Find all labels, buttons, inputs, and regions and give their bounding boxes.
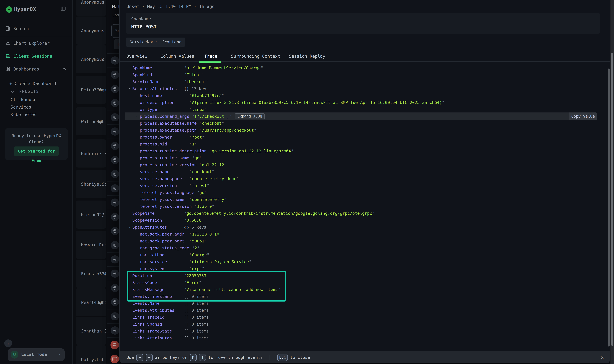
session-card[interactable]: Jonathan.B	[76, 317, 106, 345]
sidebar-item-dashboards[interactable]: Dashboards	[0, 65, 72, 73]
trace-row-net.sock.peer.port[interactable]: net.sock.peer.port"50051"	[120, 237, 607, 245]
attribute-key: telemetry.sdk.language	[140, 190, 194, 195]
local-mode-button[interactable]: U Local mode ›	[8, 348, 65, 361]
trace-row-ScopeVersion[interactable]: ScopeVersion"0.60.0"	[120, 217, 607, 224]
sidebar-collapse-icon[interactable]	[60, 6, 66, 12]
expand-json-button[interactable]: Expand JSON	[235, 113, 265, 119]
attribute-value: "Charge"	[189, 253, 209, 257]
logs-icon	[5, 26, 11, 31]
trace-row-Links.TraceState[interactable]: Links.TraceState[] 0 items	[120, 328, 607, 335]
attribute-meta: [] 0 items	[184, 336, 209, 340]
trace-row-StatusMessage[interactable]: StatusMessage"Visa cache full: cannot ad…	[120, 286, 607, 293]
trace-row-ResourceAttributes[interactable]: ▾ResourceAttributes{} 17 keys	[120, 85, 607, 92]
session-card[interactable]: Deion37@gm	[76, 76, 106, 104]
trace-row-process.command_args[interactable]: ▸process.command_args"["./checkout"]"Exp…	[120, 113, 607, 120]
trace-row-process.owner[interactable]: process.owner"root"	[120, 134, 607, 141]
trace-scrollbar[interactable]	[608, 68, 610, 347]
session-card[interactable]: Anonymous	[76, 45, 106, 73]
trace-row-telemetry.sdk.name[interactable]: telemetry.sdk.name"opentelemetry"	[120, 196, 607, 203]
trace-row-process.executable.name[interactable]: process.executable.name"checkout"	[120, 120, 607, 127]
trace-row-os.description[interactable]: os.description"Alpine Linux 3.21.3 (Linu…	[120, 99, 607, 106]
trace-row-service.name[interactable]: service.name"checkout"	[120, 168, 607, 175]
collapse-caret-icon[interactable]: ▾	[129, 87, 131, 90]
sidebar-item-search[interactable]: Search	[0, 25, 72, 33]
session-card[interactable]: Ernesto33@	[76, 260, 106, 288]
trace-row-Links.TraceId[interactable]: Links.TraceId[] 0 items	[120, 314, 607, 321]
attribute-meta: {} 17 keys	[184, 86, 209, 91]
sidebar-item-client-sessions[interactable]: Client Sessions	[0, 52, 72, 60]
expand-caret-icon[interactable]: ▸	[135, 115, 137, 118]
tab-surrounding-context[interactable]: Surrounding Context	[231, 54, 280, 59]
session-card[interactable]: Anonymous	[76, 16, 106, 45]
cloud-promo-text: Ready to use HyperDXCloud?	[5, 133, 68, 145]
trace-row-Links.SpanId[interactable]: Links.SpanId[] 0 items	[120, 321, 607, 328]
session-card[interactable]: Walton9@ho	[76, 107, 106, 136]
trace-row-process.executable.path[interactable]: process.executable.path"/usr/src/app/che…	[120, 127, 607, 134]
map-pin-icon	[111, 71, 119, 79]
trace-row-process.runtime.version[interactable]: process.runtime.version"go1.22.12"	[120, 161, 607, 168]
tab-trace[interactable]: Trace	[204, 54, 217, 59]
preset-clickhouse[interactable]: Clickhouse	[11, 97, 37, 102]
trace-row-ScopeName[interactable]: ScopeName"go.opentelemetry.io/contrib/in…	[120, 210, 607, 217]
trace-row-net.sock.peer.addr[interactable]: net.sock.peer.addr"172.28.0.10"	[120, 231, 607, 237]
trace-row-Duration[interactable]: Duration"28656333"	[120, 272, 607, 279]
trace-row-process.runtime.description[interactable]: process.runtime.description"go version g…	[120, 147, 607, 155]
preset-kubernetes[interactable]: Kubernetes	[11, 112, 37, 117]
tab-session-replay[interactable]: Session Replay	[289, 54, 325, 59]
session-card[interactable]: Dolly.Lubo	[76, 345, 106, 364]
session-card[interactable]: Pearl43@ho	[76, 288, 106, 316]
attribute-key: SpanKind	[132, 72, 181, 77]
trace-row-SpanName[interactable]: SpanName"oteldemo.PaymentService/Charge"	[120, 64, 607, 71]
collapse-caret-icon[interactable]: ▾	[129, 225, 131, 229]
trace-row-ServiceName[interactable]: ServiceName"checkout"	[120, 78, 607, 85]
close-icon[interactable]: ✕	[601, 354, 604, 360]
sidebar-item-chart-explorer[interactable]: Chart Explorer	[0, 39, 72, 47]
trace-row-telemetry.sdk.version[interactable]: telemetry.sdk.version"1.35.0"	[120, 203, 607, 210]
attribute-key: os.description	[140, 100, 187, 105]
trace-row-Events.Attributes[interactable]: Events.Attributes[] 0 items	[120, 307, 607, 314]
session-card[interactable]: Kieran92@h	[76, 200, 106, 229]
presets-toggle[interactable]: PRESETS	[11, 89, 39, 94]
attribute-value: "oteldemo.PaymentService/Charge"	[184, 65, 263, 70]
tab-column-values[interactable]: Column Values	[160, 54, 194, 59]
trace-row-process.runtime.name[interactable]: process.runtime.name"go"	[120, 155, 607, 161]
trace-row-Links.Attributes[interactable]: Links.Attributes[] 0 items	[120, 335, 607, 342]
trace-row-service.namespace[interactable]: service.namespace"opentelemetry-demo"	[120, 175, 607, 182]
trace-row-StatusCode[interactable]: StatusCode"Error"	[120, 279, 607, 286]
session-card[interactable]: Howard.Run	[76, 231, 106, 259]
trace-row-Events.Timestamp[interactable]: Events.Timestamp[] 0 items	[120, 293, 607, 300]
trace-row-rpc.method[interactable]: rpc.method"Charge"	[120, 251, 607, 259]
trace-row-rpc.grpc.status_code[interactable]: rpc.grpc.status_code"2"	[120, 245, 607, 251]
trace-row-process.pid[interactable]: process.pid"1"	[120, 141, 607, 147]
map-pin-icon	[111, 142, 119, 150]
help-button[interactable]: ?	[4, 339, 12, 347]
attribute-meta: [] 0 items	[184, 329, 209, 334]
terminal-icon	[110, 355, 119, 363]
trace-row-SpanAttributes[interactable]: ▾SpanAttributes{} 6 keys	[120, 224, 607, 231]
attribute-key: ScopeVersion	[132, 218, 181, 223]
tab-overview[interactable]: Overview	[127, 54, 147, 59]
k-keycap: k	[190, 354, 197, 361]
map-pin-icon	[111, 198, 119, 207]
copy-value-button[interactable]: Copy Value	[569, 113, 597, 120]
session-card[interactable]: Shaniya.Sc	[76, 170, 106, 198]
session-user: Shaniya.Sc	[81, 182, 106, 187]
trace-row-rpc.system[interactable]: rpc.system"grpc"	[120, 265, 607, 272]
trace-row-os.type[interactable]: os.type"linux"	[120, 106, 607, 113]
trace-row-service.version[interactable]: service.version"latest"	[120, 182, 607, 189]
trace-row-TraceState[interactable]: TraceState	[120, 62, 607, 64]
trace-row-Events.Name[interactable]: Events.Name[] 0 items	[120, 300, 607, 307]
map-pin-icon	[111, 156, 119, 164]
session-card[interactable]: Anonymous	[76, 0, 106, 16]
trace-row-telemetry.sdk.language[interactable]: telemetry.sdk.language"go"	[120, 189, 607, 196]
session-card[interactable]: Roderick_S	[76, 139, 106, 168]
page-scrollbar-thumb[interactable]	[611, 53, 613, 346]
service-name-chip[interactable]: ServiceName: frontend	[126, 38, 185, 46]
modal-footer: Use ← → arrow keys or k j to move throug…	[120, 351, 610, 363]
preset-services[interactable]: Services	[11, 104, 31, 110]
trace-row-SpanKind[interactable]: SpanKind"Client"	[120, 71, 607, 78]
trace-row-host.name[interactable]: host.name"0faab73597c5"	[120, 92, 607, 99]
create-dashboard-link[interactable]: + Create Dashboard	[10, 81, 56, 86]
get-started-button[interactable]: Get Started for Free	[14, 146, 59, 156]
trace-row-rpc.service[interactable]: rpc.service"oteldemo.PaymentService"	[120, 259, 607, 265]
